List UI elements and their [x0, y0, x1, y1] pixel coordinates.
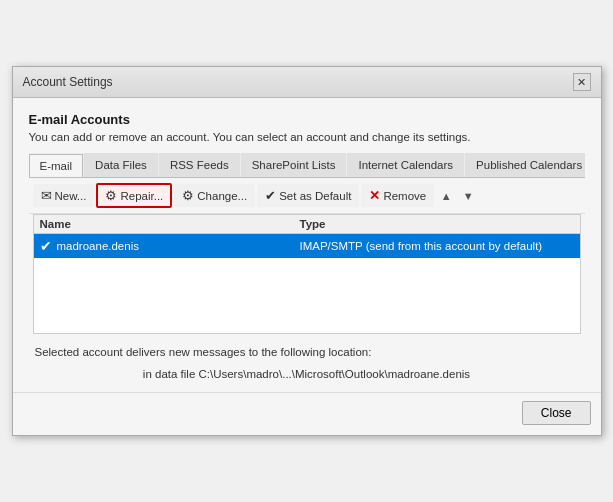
- remove-button[interactable]: ✕ Remove: [361, 184, 434, 207]
- section-title: E-mail Accounts: [29, 112, 585, 127]
- new-icon: ✉: [41, 188, 52, 203]
- col-header-name: Name: [40, 218, 300, 230]
- tab-data-files[interactable]: Data Files: [84, 153, 158, 177]
- table-row[interactable]: ✔ madroane.denis IMAP/SMTP (send from th…: [34, 234, 580, 258]
- table-header: Name Type: [34, 215, 580, 234]
- default-account-icon: ✔: [40, 238, 52, 254]
- section-description: You can add or remove an account. You ca…: [29, 131, 585, 143]
- move-down-button[interactable]: ▼: [458, 186, 478, 206]
- set-default-button[interactable]: ✔ Set as Default: [257, 184, 359, 207]
- change-icon: ⚙: [182, 188, 194, 203]
- col-header-type: Type: [300, 218, 574, 230]
- repair-icon: ⚙: [105, 188, 117, 203]
- remove-icon: ✕: [369, 188, 380, 203]
- delivery-section: Selected account delivers new messages t…: [29, 334, 585, 392]
- check-default-icon: ✔: [265, 188, 276, 203]
- tab-sharepoint[interactable]: SharePoint Lists: [241, 153, 347, 177]
- window-close-button[interactable]: ✕: [573, 73, 591, 91]
- window-title: Account Settings: [23, 75, 113, 89]
- title-bar: Account Settings ✕: [13, 67, 601, 98]
- accounts-table: Name Type ✔ madroane.denis IMAP/SMTP (se…: [33, 214, 581, 334]
- delivery-label: Selected account delivers new messages t…: [35, 346, 579, 358]
- dialog-footer: Close: [13, 392, 601, 435]
- account-toolbar: ✉ New... ⚙ Repair... ⚙ Change... ✔ Set a…: [29, 178, 585, 214]
- dialog-content: E-mail Accounts You can add or remove an…: [13, 98, 601, 392]
- tabs-bar: E-mail Data Files RSS Feeds SharePoint L…: [29, 153, 585, 178]
- new-button[interactable]: ✉ New...: [33, 184, 95, 207]
- close-button[interactable]: Close: [522, 401, 591, 425]
- tab-published-calendars[interactable]: Published Calendars: [465, 153, 584, 177]
- tab-rss-feeds[interactable]: RSS Feeds: [159, 153, 240, 177]
- move-up-button[interactable]: ▲: [436, 186, 456, 206]
- tab-email[interactable]: E-mail: [29, 154, 84, 178]
- delivery-path: in data file C:\Users\madro\...\Microsof…: [35, 364, 579, 384]
- account-type-cell: IMAP/SMTP (send from this account by def…: [300, 240, 574, 252]
- change-button[interactable]: ⚙ Change...: [174, 184, 255, 207]
- account-name-cell: ✔ madroane.denis: [40, 238, 300, 254]
- account-settings-window: Account Settings ✕ E-mail Accounts You c…: [12, 66, 602, 436]
- repair-button[interactable]: ⚙ Repair...: [96, 183, 172, 208]
- tab-internet-calendars[interactable]: Internet Calendars: [347, 153, 464, 177]
